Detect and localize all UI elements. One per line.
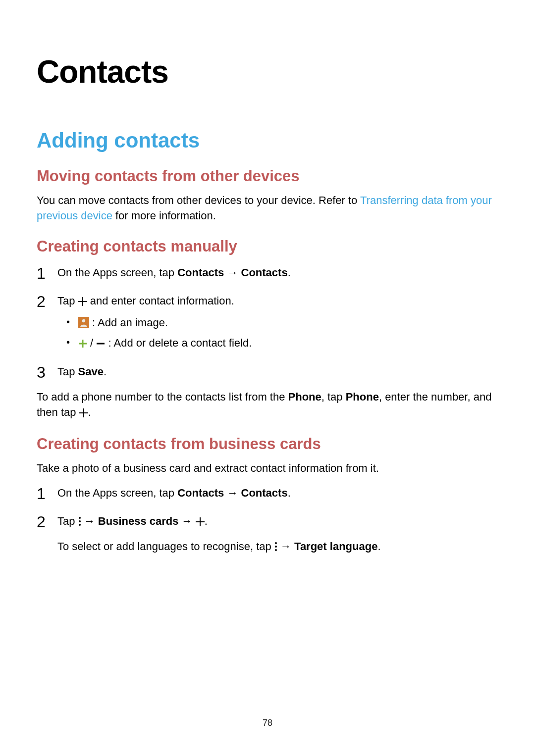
step-number: 1 — [37, 482, 46, 505]
step-1: 1 On the Apps screen, tap Contacts → Con… — [37, 264, 498, 281]
text: and enter contact information. — [87, 295, 234, 307]
text: To select or add languages to recognise,… — [57, 540, 274, 553]
svg-point-7 — [275, 546, 277, 548]
svg-rect-2 — [97, 343, 105, 344]
section-heading-adding-contacts: Adding contacts — [37, 129, 498, 152]
text: , tap — [321, 391, 346, 403]
text: On the Apps screen, tap — [57, 266, 177, 279]
steps-business-cards: 1 On the Apps screen, tap Contacts → Con… — [37, 485, 498, 554]
bold: Contacts — [177, 487, 224, 499]
subheading-moving-contacts: Moving contacts from other devices — [37, 167, 498, 185]
text: . — [288, 266, 291, 279]
page-title: Contacts — [37, 53, 498, 90]
text: Tap — [57, 295, 78, 307]
arrow: → — [81, 515, 98, 527]
page-number: 78 — [0, 718, 535, 728]
bold: Business cards — [98, 515, 179, 527]
svg-point-5 — [79, 524, 81, 526]
subheading-creating-manually: Creating contacts manually — [37, 238, 498, 255]
arrow: → — [277, 540, 294, 553]
text: . — [377, 540, 380, 553]
text: Tap — [57, 515, 78, 527]
text: Tap — [57, 365, 78, 378]
image-placeholder-icon — [78, 317, 89, 328]
bold: Contacts — [241, 266, 288, 279]
step-number: 2 — [37, 510, 46, 534]
bold: Contacts — [241, 487, 288, 499]
svg-point-6 — [275, 542, 277, 544]
step-2: 2 Tap → Business cards → . To select or … — [37, 513, 498, 554]
paragraph-moving-contacts: You can move contacts from other devices… — [37, 193, 498, 224]
document-page: Contacts Adding contacts Moving contacts… — [0, 0, 535, 554]
text: : Add an image. — [89, 316, 168, 329]
arrow: → — [224, 487, 241, 499]
bold: Contacts — [177, 266, 224, 279]
paragraph-business-cards-intro: Take a photo of a business card and extr… — [37, 461, 498, 476]
arrow: → — [178, 515, 195, 527]
bold: Phone — [346, 391, 379, 403]
plus-green-icon — [78, 339, 87, 348]
text: for more information. — [112, 209, 216, 222]
text: . — [205, 515, 208, 527]
plus-icon — [78, 297, 87, 306]
text: You can move contacts from other devices… — [37, 194, 360, 206]
step-1: 1 On the Apps screen, tap Contacts → Con… — [37, 485, 498, 501]
step-2-sub: To select or add languages to recognise,… — [57, 538, 498, 554]
svg-point-3 — [79, 517, 81, 519]
bullet-add-image: : Add an image. — [63, 314, 498, 331]
text: To add a phone number to the contacts li… — [37, 391, 288, 403]
bold: Save — [78, 365, 104, 378]
arrow: → — [224, 266, 241, 279]
step-2: 2 Tap and enter contact information. : A… — [37, 293, 498, 352]
bold: Target language — [294, 540, 377, 553]
text: On the Apps screen, tap — [57, 487, 177, 499]
text: . — [88, 406, 91, 418]
substeps: : Add an image. / : Add or delete a cont… — [63, 314, 498, 352]
plus-icon — [196, 517, 205, 526]
plus-icon — [79, 408, 88, 417]
text: . — [104, 365, 107, 378]
paragraph-add-from-phone: To add a phone number to the contacts li… — [37, 390, 498, 420]
svg-point-1 — [82, 319, 85, 322]
bullet-add-delete-field: / : Add or delete a contact field. — [63, 334, 498, 352]
text: / — [87, 337, 96, 349]
text: . — [288, 487, 291, 499]
svg-point-4 — [79, 520, 81, 522]
svg-point-8 — [275, 549, 277, 551]
steps-creating-manually: 1 On the Apps screen, tap Contacts → Con… — [37, 264, 498, 380]
step-number: 2 — [37, 290, 46, 313]
step-number: 1 — [37, 261, 46, 285]
text: : Add or delete a contact field. — [105, 337, 252, 349]
step-number: 3 — [37, 360, 46, 384]
minus-icon — [96, 339, 105, 348]
step-3: 3 Tap Save. — [37, 363, 498, 380]
subheading-business-cards: Creating contacts from business cards — [37, 435, 498, 453]
bold: Phone — [288, 391, 321, 403]
